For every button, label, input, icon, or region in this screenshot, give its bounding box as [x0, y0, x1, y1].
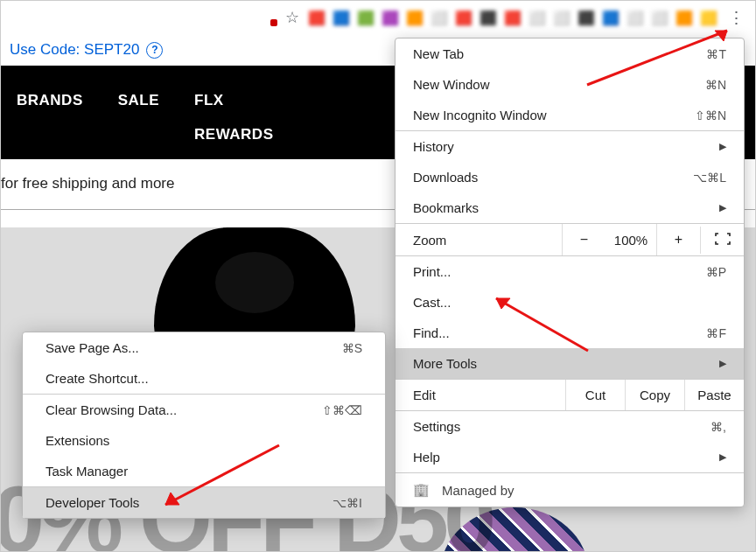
- nav-flx[interactable]: FLX REWARDS: [194, 92, 273, 143]
- chevron-right-icon: ▶: [719, 358, 726, 369]
- menu-bookmarks[interactable]: Bookmarks ▶: [396, 192, 744, 223]
- extension-icon[interactable]: ⬜: [626, 9, 645, 26]
- chrome-menu: New Tab ⌘T New Window ⌘N New Incognito W…: [395, 38, 745, 507]
- submenu-create-shortcut[interactable]: Create Shortcut...: [23, 363, 385, 394]
- menu-edit: Edit Cut Copy Paste: [396, 380, 744, 410]
- extension-icon[interactable]: 🟧: [675, 9, 694, 26]
- chevron-right-icon: ▶: [719, 141, 726, 152]
- extension-icon[interactable]: 🟦: [332, 9, 351, 26]
- extension-icon[interactable]: ⬛: [479, 9, 498, 26]
- menu-cast[interactable]: Cast...: [396, 287, 744, 318]
- edit-copy-button[interactable]: Copy: [625, 380, 684, 410]
- extension-icon[interactable]: ⬜: [430, 9, 449, 26]
- menu-help[interactable]: Help ▶: [396, 442, 744, 472]
- shipping-text: for free shipping and more: [1, 159, 378, 209]
- extension-icon[interactable]: 🟪: [381, 9, 400, 26]
- menu-history[interactable]: History ▶: [396, 131, 744, 162]
- submenu-developer-tools[interactable]: Developer Tools ⌥⌘I: [23, 487, 385, 518]
- menu-zoom: Zoom − 100% +: [396, 224, 744, 255]
- extension-icon[interactable]: ⬜: [528, 9, 547, 26]
- menu-downloads[interactable]: Downloads ⌥⌘L: [396, 162, 744, 192]
- extension-icon[interactable]: 🟩: [356, 9, 375, 26]
- extension-icon[interactable]: 🟥: [307, 9, 326, 26]
- menu-managed-by[interactable]: 🏢 Managed by: [396, 472, 744, 507]
- extension-icon[interactable]: 🟨: [699, 9, 718, 26]
- extension-icon[interactable]: ⬜: [552, 9, 571, 26]
- extension-icon[interactable]: ⬛: [577, 9, 596, 26]
- promo-text: Use Code: SEPT20: [10, 41, 139, 59]
- submenu-task-manager[interactable]: Task Manager: [23, 456, 385, 486]
- extension-icon[interactable]: 🟥: [503, 9, 522, 26]
- menu-incognito[interactable]: New Incognito Window ⇧⌘N: [396, 100, 744, 130]
- menu-more-tools[interactable]: More Tools ▶: [396, 348, 744, 379]
- chevron-right-icon: ▶: [719, 202, 726, 213]
- submenu-clear-browsing-data[interactable]: Clear Browsing Data... ⇧⌘⌫: [23, 395, 385, 425]
- submenu-extensions[interactable]: Extensions: [23, 425, 385, 456]
- extension-icon[interactable]: ⬜: [650, 9, 669, 26]
- menu-new-window[interactable]: New Window ⌘N: [396, 69, 744, 100]
- extension-icon[interactable]: 🟧: [405, 9, 424, 26]
- menu-find[interactable]: Find... ⌘F: [396, 318, 744, 348]
- edit-cut-button[interactable]: Cut: [565, 380, 625, 410]
- more-tools-submenu: Save Page As... ⌘S Create Shortcut... Cl…: [22, 332, 386, 519]
- nav-sale[interactable]: SALE: [118, 92, 159, 143]
- chevron-right-icon: ▶: [719, 451, 726, 463]
- menu-print[interactable]: Print... ⌘P: [396, 256, 744, 287]
- browser-toolbar: ☆ 🟥 🟦 🟩 🟪 🟧 ⬜ 🟥 ⬛ 🟥 ⬜ ⬜ ⬛ 🟦 ⬜ ⬜ 🟧 🟨 ⋮: [1, 1, 755, 34]
- nav-brands[interactable]: BRANDS: [17, 92, 83, 143]
- shield-icon[interactable]: [258, 9, 277, 26]
- zoom-in-button[interactable]: +: [656, 224, 700, 255]
- extension-icon[interactable]: 🟥: [454, 9, 473, 26]
- zoom-percent: 100%: [606, 233, 656, 248]
- enterprise-icon: 🏢: [413, 482, 430, 498]
- info-icon[interactable]: ?: [146, 42, 163, 59]
- kebab-menu-button[interactable]: ⋮: [724, 5, 748, 30]
- submenu-save-page-as[interactable]: Save Page As... ⌘S: [23, 332, 385, 363]
- menu-settings[interactable]: Settings ⌘,: [396, 411, 744, 442]
- zoom-out-button[interactable]: −: [562, 224, 606, 255]
- edit-paste-button[interactable]: Paste: [684, 380, 744, 410]
- star-icon[interactable]: ☆: [283, 9, 302, 26]
- fullscreen-button[interactable]: [700, 227, 744, 254]
- menu-new-tab[interactable]: New Tab ⌘T: [396, 38, 744, 69]
- extension-icon[interactable]: 🟦: [601, 9, 620, 26]
